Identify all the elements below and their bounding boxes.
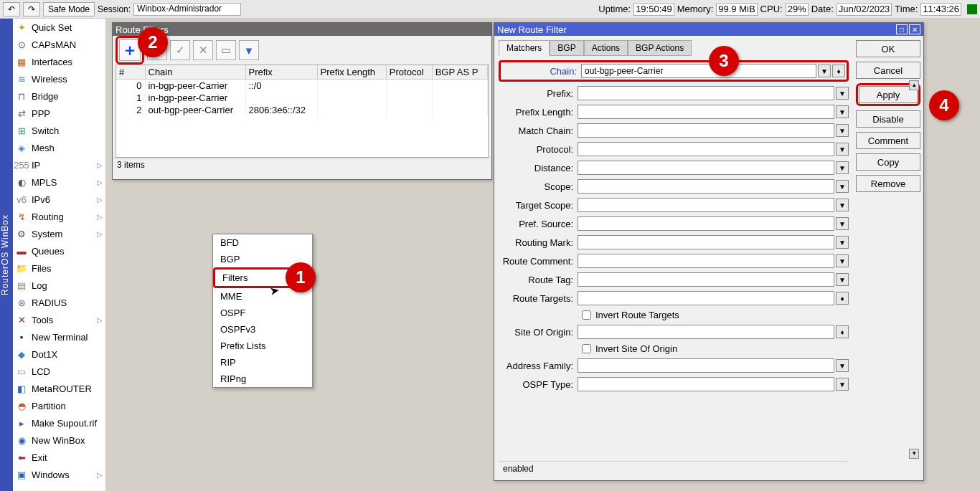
sidebar-item-partition[interactable]: ◓Partition: [13, 397, 105, 414]
sidebar-item-files[interactable]: 📁Files: [13, 259, 105, 277]
route-comment-input[interactable]: [578, 254, 834, 268]
scope-arrow-icon[interactable]: ▼: [836, 180, 849, 193]
scroll-down-icon[interactable]: ▾: [909, 449, 919, 459]
chevron-right-icon: ▷: [97, 316, 103, 324]
sidebar-item-ip[interactable]: 255IP▷: [13, 156, 105, 173]
table-row[interactable]: 2out-bgp-peer-Carrier2806:3e6::/32: [116, 104, 488, 116]
sidebar-item-metarouter[interactable]: ◧MetaROUTER: [13, 380, 105, 397]
sidebar-item-make-supout.rif[interactable]: ▸Make Supout.rif: [13, 414, 105, 432]
sidebar-item-new-winbox[interactable]: ◉New WinBox: [13, 432, 105, 449]
disable-button[interactable]: ✕: [193, 40, 213, 60]
route-targets-arrow-icon[interactable]: ♦: [836, 292, 849, 305]
distance-arrow-icon[interactable]: ▼: [836, 161, 849, 174]
sidebar-item-routing[interactable]: ↯Routing▷: [13, 208, 105, 225]
maximize-icon[interactable]: □: [896, 24, 908, 34]
submenu-item-ospfv3[interactable]: OSPFv3: [213, 321, 312, 338]
ospf-type-arrow-icon[interactable]: ▼: [836, 378, 849, 391]
col-header[interactable]: Prefix Length: [317, 65, 386, 80]
distance-input[interactable]: [578, 161, 834, 175]
sidebar-item-dot1x[interactable]: ◆Dot1X: [13, 345, 105, 363]
invert-route-targets-checkbox[interactable]: [582, 310, 591, 320]
sidebar-item-radius[interactable]: ⊛RADIUS: [13, 294, 105, 311]
col-header[interactable]: Chain: [145, 65, 245, 80]
submenu-item-prefix-lists[interactable]: Prefix Lists: [213, 338, 312, 354]
sidebar-item-log[interactable]: ▤Log: [13, 277, 105, 294]
sidebar-item-capsman[interactable]: ⊙CAPsMAN: [13, 36, 105, 53]
protocol-arrow-icon[interactable]: ▼: [836, 143, 849, 156]
address-family-input[interactable]: [578, 358, 834, 373]
invert-site-origin-checkbox[interactable]: [582, 344, 591, 353]
routing-mark-arrow-icon[interactable]: ▼: [836, 236, 849, 249]
sidebar-item-switch[interactable]: ⊞Switch: [13, 122, 105, 139]
route-targets-input[interactable]: [578, 291, 834, 305]
protocol-input[interactable]: [578, 142, 834, 156]
sidebar-item-interfaces[interactable]: ▦Interfaces: [13, 53, 105, 70]
nrf-scroll[interactable]: ▴▾: [909, 80, 919, 459]
sidebar-item-tools[interactable]: ✕Tools▷: [13, 311, 105, 328]
sidebar-item-exit[interactable]: ⬅Exit: [13, 449, 105, 466]
enable-button[interactable]: ✓: [170, 40, 190, 60]
session-value[interactable]: Winbox-Administrador: [133, 3, 241, 16]
filter-icon[interactable]: ▼: [239, 40, 259, 60]
prefix-arrow-icon[interactable]: ▼: [836, 87, 849, 100]
chain-input[interactable]: [581, 64, 816, 78]
route-comment-arrow-icon[interactable]: ▼: [836, 254, 849, 267]
close-icon[interactable]: ✕: [909, 24, 920, 34]
submenu-item-rip[interactable]: RIP: [213, 354, 312, 371]
sidebar-item-quick-set[interactable]: ✦Quick Set: [13, 19, 105, 36]
tab-matchers[interactable]: Matchers: [499, 40, 550, 56]
sidebar-item-lcd[interactable]: ▭LCD: [13, 363, 105, 380]
scroll-up-icon[interactable]: ▴: [909, 80, 919, 90]
table-row[interactable]: 1in-bgp-peer-Carrier: [116, 92, 488, 104]
sidebar-item-mesh[interactable]: ◈Mesh: [13, 139, 105, 156]
address-family-arrow-icon[interactable]: ▼: [836, 359, 849, 372]
tab-bgp-actions[interactable]: BGP Actions: [628, 40, 692, 56]
col-header[interactable]: #: [116, 65, 145, 80]
match-chain-input[interactable]: [578, 123, 834, 138]
prefix-input[interactable]: [578, 86, 834, 100]
target-scope-input[interactable]: [578, 198, 834, 212]
target-scope-arrow-icon[interactable]: ▼: [836, 199, 849, 211]
route-tag-arrow-icon[interactable]: ▼: [836, 273, 849, 286]
routing-mark-input[interactable]: [578, 235, 834, 249]
match-chain-arrow-icon[interactable]: ▼: [836, 124, 849, 137]
col-header[interactable]: BGP AS P: [432, 65, 487, 80]
col-header[interactable]: Prefix: [245, 65, 317, 80]
lcd-icon: ▭: [16, 366, 27, 377]
tab-bgp[interactable]: BGP: [550, 40, 583, 56]
prefix-length-input[interactable]: [578, 105, 834, 119]
pref-source-arrow-icon[interactable]: ▼: [836, 217, 849, 230]
safe-mode-button[interactable]: Safe Mode: [43, 2, 95, 16]
sidebar-item-bridge[interactable]: ⊓Bridge: [13, 87, 105, 105]
sidebar-item-mpls[interactable]: ◐MPLS▷: [13, 173, 105, 191]
route-filters-title[interactable]: Route Filters: [113, 23, 491, 36]
tab-actions[interactable]: Actions: [584, 40, 628, 56]
prefix-length-arrow-icon[interactable]: ▼: [836, 105, 849, 118]
sidebar-item-queues[interactable]: ▬Queues: [13, 242, 105, 259]
chain-dropdown-icon[interactable]: ▼: [818, 65, 831, 77]
site-origin-arrow-icon[interactable]: ♦: [836, 325, 849, 338]
chain-expand-icon[interactable]: ♦: [832, 65, 845, 77]
site-origin-input[interactable]: [578, 325, 834, 339]
cancel-button[interactable]: Cancel: [856, 62, 920, 79]
scope-input[interactable]: [578, 179, 834, 194]
sidebar-item-wireless[interactable]: ≋Wireless: [13, 70, 105, 87]
ok-button[interactable]: OK: [856, 40, 920, 57]
undo-button[interactable]: ↶: [3, 2, 20, 16]
nrf-title[interactable]: New Route Filter □ ✕: [494, 23, 923, 36]
col-header[interactable]: Protocol: [386, 65, 432, 80]
sidebar-item-windows[interactable]: ▣Windows▷: [13, 466, 105, 483]
sidebar-item-ipv6[interactable]: v6IPv6▷: [13, 191, 105, 208]
submenu-item-bfd[interactable]: BFD: [213, 234, 312, 251]
submenu-item-ospf[interactable]: OSPF: [213, 305, 312, 321]
submenu-item-ripng[interactable]: RIPng: [213, 371, 312, 387]
sidebar-item-ppp[interactable]: ⇄PPP: [13, 105, 105, 122]
table-row[interactable]: 0in-bgp-peer-Carrier::/0: [116, 80, 488, 92]
sidebar-item-system[interactable]: ⚙System▷: [13, 225, 105, 242]
pref-source-input[interactable]: [578, 216, 834, 231]
redo-button[interactable]: ↷: [23, 2, 40, 16]
comment-button[interactable]: ▭: [216, 40, 236, 60]
route-tag-input[interactable]: [578, 272, 834, 287]
ospf-type-input[interactable]: [578, 377, 834, 391]
sidebar-item-new-terminal[interactable]: ▪New Terminal: [13, 328, 105, 345]
